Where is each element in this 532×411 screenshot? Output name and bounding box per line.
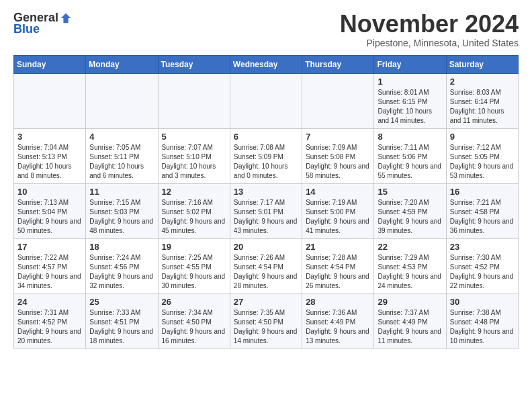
weekday-header-friday: Friday (374, 55, 446, 73)
calendar-week-3: 10Sunrise: 7:13 AM Sunset: 5:04 PM Dayli… (14, 183, 519, 238)
calendar-cell (14, 73, 86, 128)
day-number: 3 (17, 132, 82, 142)
logo-icon (60, 12, 72, 24)
day-info: Sunrise: 7:37 AM Sunset: 4:49 PM Dayligh… (378, 308, 442, 346)
calendar-week-5: 24Sunrise: 7:31 AM Sunset: 4:52 PM Dayli… (14, 293, 519, 349)
calendar-cell: 26Sunrise: 7:34 AM Sunset: 4:50 PM Dayli… (158, 293, 230, 349)
logo: General Blue (13, 11, 72, 36)
day-info: Sunrise: 7:11 AM Sunset: 5:06 PM Dayligh… (378, 143, 442, 181)
day-info: Sunrise: 7:22 AM Sunset: 4:57 PM Dayligh… (17, 253, 82, 291)
calendar-cell (86, 73, 158, 128)
day-number: 29 (378, 297, 442, 307)
calendar-cell: 2Sunrise: 8:03 AM Sunset: 6:14 PM Daylig… (446, 73, 518, 128)
day-info: Sunrise: 7:09 AM Sunset: 5:08 PM Dayligh… (306, 143, 370, 181)
day-info: Sunrise: 7:28 AM Sunset: 4:54 PM Dayligh… (306, 253, 370, 291)
calendar-cell: 6Sunrise: 7:08 AM Sunset: 5:09 PM Daylig… (230, 128, 302, 183)
day-number: 9 (450, 132, 515, 142)
calendar-cell: 27Sunrise: 7:35 AM Sunset: 4:50 PM Dayli… (230, 293, 302, 349)
day-number: 28 (306, 297, 370, 307)
day-number: 4 (89, 132, 154, 142)
day-number: 11 (89, 187, 154, 197)
day-number: 16 (450, 187, 515, 197)
day-info: Sunrise: 7:26 AM Sunset: 4:54 PM Dayligh… (234, 253, 298, 291)
day-info: Sunrise: 7:04 AM Sunset: 5:13 PM Dayligh… (17, 143, 82, 181)
day-info: Sunrise: 7:08 AM Sunset: 5:09 PM Dayligh… (234, 143, 298, 181)
day-number: 25 (89, 297, 154, 307)
calendar-cell (230, 73, 302, 128)
day-info: Sunrise: 7:07 AM Sunset: 5:10 PM Dayligh… (162, 143, 226, 181)
day-info: Sunrise: 7:16 AM Sunset: 5:02 PM Dayligh… (162, 198, 226, 236)
day-info: Sunrise: 7:38 AM Sunset: 4:48 PM Dayligh… (450, 308, 515, 346)
weekday-header-wednesday: Wednesday (230, 55, 302, 73)
day-number: 17 (17, 242, 82, 252)
calendar-cell: 12Sunrise: 7:16 AM Sunset: 5:02 PM Dayli… (158, 183, 230, 238)
weekday-header-saturday: Saturday (446, 55, 518, 73)
calendar-cell: 5Sunrise: 7:07 AM Sunset: 5:10 PM Daylig… (158, 128, 230, 183)
day-number: 21 (306, 242, 370, 252)
day-info: Sunrise: 7:13 AM Sunset: 5:04 PM Dayligh… (17, 198, 82, 236)
calendar-cell: 7Sunrise: 7:09 AM Sunset: 5:08 PM Daylig… (302, 128, 374, 183)
day-number: 14 (306, 187, 370, 197)
weekday-header-thursday: Thursday (302, 55, 374, 73)
title-block: November 2024 Pipestone, Minnesota, Unit… (340, 11, 519, 48)
day-number: 22 (378, 242, 442, 252)
calendar-cell (158, 73, 230, 128)
calendar-cell: 10Sunrise: 7:13 AM Sunset: 5:04 PM Dayli… (14, 183, 86, 238)
day-info: Sunrise: 7:24 AM Sunset: 4:56 PM Dayligh… (89, 253, 154, 291)
calendar-cell: 16Sunrise: 7:21 AM Sunset: 4:58 PM Dayli… (446, 183, 518, 238)
day-number: 8 (378, 132, 442, 142)
calendar-cell: 9Sunrise: 7:12 AM Sunset: 5:05 PM Daylig… (446, 128, 518, 183)
calendar-week-4: 17Sunrise: 7:22 AM Sunset: 4:57 PM Dayli… (14, 238, 519, 293)
day-info: Sunrise: 7:12 AM Sunset: 5:05 PM Dayligh… (450, 143, 515, 181)
weekday-header-sunday: Sunday (14, 55, 86, 73)
weekday-header-tuesday: Tuesday (158, 55, 230, 73)
location-text: Pipestone, Minnesota, United States (340, 38, 519, 48)
day-info: Sunrise: 7:35 AM Sunset: 4:50 PM Dayligh… (234, 308, 298, 346)
calendar-cell: 17Sunrise: 7:22 AM Sunset: 4:57 PM Dayli… (14, 238, 86, 293)
day-info: Sunrise: 7:30 AM Sunset: 4:52 PM Dayligh… (450, 253, 515, 291)
logo-blue-text: Blue (13, 22, 40, 36)
day-number: 12 (162, 187, 226, 197)
calendar-cell (302, 73, 374, 128)
day-number: 23 (450, 242, 515, 252)
day-number: 10 (17, 187, 82, 197)
calendar-week-1: 1Sunrise: 8:01 AM Sunset: 6:15 PM Daylig… (14, 73, 519, 128)
day-number: 24 (17, 297, 82, 307)
calendar-cell: 11Sunrise: 7:15 AM Sunset: 5:03 PM Dayli… (86, 183, 158, 238)
day-number: 18 (89, 242, 154, 252)
day-number: 13 (234, 187, 298, 197)
day-info: Sunrise: 7:33 AM Sunset: 4:51 PM Dayligh… (89, 308, 154, 346)
calendar-table: SundayMondayTuesdayWednesdayThursdayFrid… (13, 55, 519, 349)
day-number: 20 (234, 242, 298, 252)
day-number: 6 (234, 132, 298, 142)
day-number: 30 (450, 297, 515, 307)
day-info: Sunrise: 7:34 AM Sunset: 4:50 PM Dayligh… (162, 308, 226, 346)
calendar-cell: 8Sunrise: 7:11 AM Sunset: 5:06 PM Daylig… (374, 128, 446, 183)
calendar-week-2: 3Sunrise: 7:04 AM Sunset: 5:13 PM Daylig… (14, 128, 519, 183)
day-info: Sunrise: 7:25 AM Sunset: 4:55 PM Dayligh… (162, 253, 226, 291)
calendar-cell: 3Sunrise: 7:04 AM Sunset: 5:13 PM Daylig… (14, 128, 86, 183)
page-header: General Blue November 2024 Pipestone, Mi… (13, 11, 519, 48)
day-number: 26 (162, 297, 226, 307)
calendar-cell: 25Sunrise: 7:33 AM Sunset: 4:51 PM Dayli… (86, 293, 158, 349)
calendar-cell: 21Sunrise: 7:28 AM Sunset: 4:54 PM Dayli… (302, 238, 374, 293)
day-number: 19 (162, 242, 226, 252)
calendar-cell: 22Sunrise: 7:29 AM Sunset: 4:53 PM Dayli… (374, 238, 446, 293)
calendar-cell: 20Sunrise: 7:26 AM Sunset: 4:54 PM Dayli… (230, 238, 302, 293)
calendar-cell: 29Sunrise: 7:37 AM Sunset: 4:49 PM Dayli… (374, 293, 446, 349)
day-info: Sunrise: 7:36 AM Sunset: 4:49 PM Dayligh… (306, 308, 370, 346)
day-number: 27 (234, 297, 298, 307)
day-info: Sunrise: 7:19 AM Sunset: 5:00 PM Dayligh… (306, 198, 370, 236)
svg-marker-0 (61, 13, 71, 22)
day-number: 5 (162, 132, 226, 142)
day-info: Sunrise: 7:21 AM Sunset: 4:58 PM Dayligh… (450, 198, 515, 236)
day-info: Sunrise: 7:15 AM Sunset: 5:03 PM Dayligh… (89, 198, 154, 236)
calendar-cell: 23Sunrise: 7:30 AM Sunset: 4:52 PM Dayli… (446, 238, 518, 293)
calendar-cell: 30Sunrise: 7:38 AM Sunset: 4:48 PM Dayli… (446, 293, 518, 349)
day-info: Sunrise: 7:31 AM Sunset: 4:52 PM Dayligh… (17, 308, 82, 346)
day-number: 7 (306, 132, 370, 142)
calendar-cell: 28Sunrise: 7:36 AM Sunset: 4:49 PM Dayli… (302, 293, 374, 349)
calendar-cell: 4Sunrise: 7:05 AM Sunset: 5:11 PM Daylig… (86, 128, 158, 183)
day-info: Sunrise: 7:17 AM Sunset: 5:01 PM Dayligh… (234, 198, 298, 236)
calendar-header-row: SundayMondayTuesdayWednesdayThursdayFrid… (14, 55, 519, 73)
